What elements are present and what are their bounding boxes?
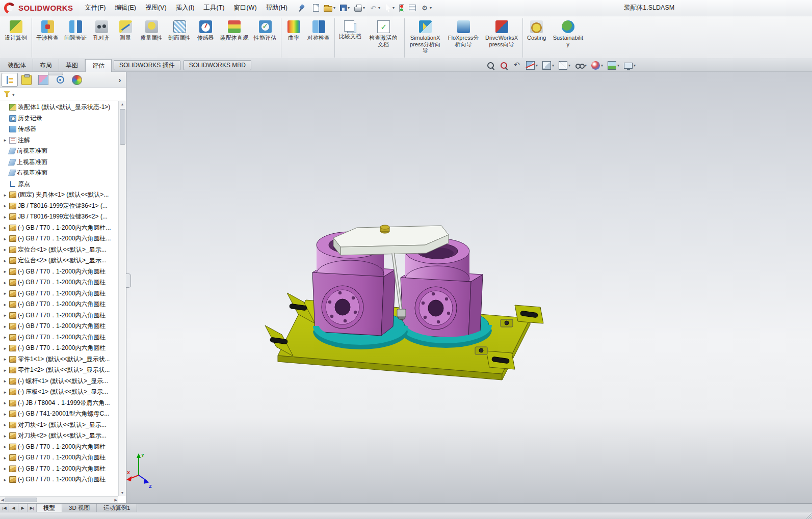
compare-docs[interactable]: 比较文档 (334, 18, 364, 58)
edit-appearance[interactable] (591, 61, 604, 70)
tree-item[interactable]: 注解 (0, 135, 118, 146)
tree-item[interactable]: 装配体1 (默认<默认_显示状态-1>) (0, 102, 118, 113)
tree-item[interactable]: 右视基准面 (0, 168, 118, 179)
command-tab[interactable]: 布局 (33, 59, 59, 71)
scroll-up-icon[interactable] (121, 101, 124, 107)
tree-item[interactable]: (-) GB / T70．1-2000内六角圆柱 (0, 288, 118, 299)
task-scheduler[interactable] (407, 4, 417, 12)
tree-item[interactable]: (-) GB / T70．1-2000内六角圆柱... (0, 233, 118, 244)
view-settings[interactable] (623, 62, 636, 69)
panel-splitter-handle[interactable] (48, 72, 63, 75)
tree-item[interactable]: (-) 螺杆<1> (默认<<默认>_显示... (0, 376, 118, 387)
doc-tab-nav-button[interactable]: ◀ (9, 504, 18, 512)
expand-arrow-icon[interactable] (3, 193, 8, 198)
tree-item[interactable]: (-) GB / T70．1-2000内六角圆柱 (0, 452, 118, 463)
tree-item[interactable]: 前视基准面 (0, 146, 118, 157)
sensor[interactable]: 传感器 (194, 18, 217, 58)
hole-alignment[interactable]: 孔对齐 (90, 18, 113, 58)
tree-item[interactable]: (-) GB / T70．1-2000内六角圆柱 (0, 332, 118, 343)
symmetry-check[interactable]: 对称检查 (305, 18, 332, 58)
command-tab[interactable]: 草图 (59, 59, 85, 71)
expand-arrow-icon[interactable] (3, 159, 8, 165)
menu-item[interactable]: 帮助(H) (261, 1, 292, 15)
tree-item[interactable]: 原点 (0, 179, 118, 190)
tree-item[interactable]: (-) GB / T70．1-2000内六角圆柱 (0, 310, 118, 321)
menu-item[interactable]: 编辑(E) (110, 1, 141, 15)
expand-arrow-icon[interactable] (3, 280, 8, 285)
undo[interactable] (368, 3, 382, 13)
scroll-right-icon[interactable] (115, 497, 117, 503)
selection-filter[interactable] (398, 3, 406, 13)
new-document[interactable] (311, 3, 321, 13)
displaymanager[interactable] (69, 73, 85, 87)
tree-item[interactable]: 传感器 (0, 124, 118, 135)
previous-view[interactable] (512, 61, 522, 70)
panel-expand-button[interactable] (115, 74, 124, 86)
document-tab[interactable]: 3D 视图 (62, 504, 97, 512)
horizontal-scrollbar-thumb[interactable] (5, 498, 37, 502)
expand-arrow-icon[interactable] (3, 455, 8, 460)
expand-arrow-icon[interactable] (3, 214, 8, 220)
assembly-visualization[interactable]: 装配体直观 (218, 18, 251, 58)
tree-item[interactable]: JB / T8016-1999定位键36<1> (... (0, 201, 118, 212)
tree-item[interactable]: 对刀块<2> (默认<<默认>_显示... (0, 430, 118, 442)
apply-scene[interactable] (607, 61, 620, 70)
doc-tab-nav-button[interactable]: ▶| (28, 504, 37, 512)
tree-item[interactable]: 定位台<2> (默认<<默认>_显示... (0, 255, 118, 266)
menu-item[interactable]: 窗口(W) (229, 1, 261, 15)
curvature[interactable]: 曲率 (281, 18, 304, 58)
command-tab[interactable]: SOLIDWORKS 插件 (114, 60, 180, 70)
performance[interactable]: 性能评估 (251, 18, 279, 58)
section-properties[interactable]: 剖面属性 (166, 18, 193, 58)
open-document[interactable] (322, 4, 337, 13)
simulationxpress[interactable]: SimulationXpress分析向导 (404, 18, 444, 58)
command-tab[interactable]: 装配体 (1, 59, 33, 71)
command-tab[interactable]: SOLIDWORKS MBD (184, 60, 251, 70)
print[interactable] (353, 4, 366, 13)
zoom-fit[interactable] (486, 61, 495, 70)
expand-arrow-icon[interactable] (3, 400, 8, 405)
floxpress[interactable]: FloXpress分析向导 (444, 18, 482, 58)
expand-arrow-icon[interactable] (3, 138, 8, 143)
vertical-scrollbar-thumb[interactable] (120, 109, 125, 145)
menu-item[interactable]: 插入(I) (171, 1, 199, 15)
tree-item[interactable]: 定位台<1> (默认<<默认>_显示... (0, 244, 118, 256)
tree-item[interactable]: (-) GB / T70．1-2000内六角圆柱 (0, 266, 118, 278)
scroll-down-icon[interactable] (121, 489, 124, 496)
expand-arrow-icon[interactable] (3, 269, 8, 274)
select-cursor[interactable] (383, 3, 396, 13)
pin-menu-icon[interactable] (298, 4, 305, 12)
menu-item[interactable]: 视图(V) (141, 1, 171, 15)
command-tab[interactable]: 评估 (85, 59, 112, 72)
display-style[interactable] (558, 61, 571, 70)
featuremanager-tree[interactable] (2, 73, 18, 87)
expand-arrow-icon[interactable] (3, 313, 8, 318)
expand-arrow-icon[interactable] (3, 466, 8, 471)
tree-item[interactable]: (-) GB / T70．1-2000内六角圆柱 (0, 343, 118, 354)
save[interactable] (338, 4, 351, 12)
sustainability[interactable]: Sustainability (549, 18, 587, 58)
expand-arrow-icon[interactable] (3, 225, 8, 230)
tree-item[interactable]: (固定) 夹具体<1> (默认<<默认>... (0, 189, 118, 201)
tree-item[interactable]: 零件1<2> (默认<<默认>_显示状... (0, 365, 118, 376)
filter-caret-icon[interactable] (12, 91, 15, 98)
tree-item[interactable]: 历史记录 (0, 113, 118, 124)
panel-collapse-handle[interactable] (126, 274, 131, 288)
expand-arrow-icon[interactable] (3, 203, 8, 208)
check-active-doc[interactable]: 检查激活的文档 (364, 18, 402, 58)
graphics-viewport[interactable]: Y X Z (126, 72, 812, 503)
expand-arrow-icon[interactable] (3, 422, 8, 427)
expand-arrow-icon[interactable] (3, 236, 8, 241)
tree-item[interactable]: (-) GB / T70．1-2000内六角圆柱 (0, 299, 118, 310)
menu-item[interactable]: 文件(F) (80, 1, 110, 15)
doc-tab-nav-button[interactable]: ▶ (18, 504, 28, 512)
expand-arrow-icon[interactable] (3, 247, 8, 252)
clamp-bar[interactable] (333, 225, 449, 255)
tree-item[interactable]: 对刀块<1> (默认<<默认>_显示... (0, 420, 118, 431)
expand-arrow-icon[interactable] (3, 477, 8, 482)
expand-arrow-icon[interactable] (3, 335, 8, 340)
tree-item[interactable]: (-) GB / T70．1-2000内六角圆柱 (0, 474, 118, 485)
tree-item[interactable]: (-) GB / T70．1-2000内六角圆柱 (0, 442, 118, 453)
tree-item[interactable]: JB / T8016-1999定位键36<2> (... (0, 211, 118, 223)
design-study[interactable]: 设计算例 (2, 18, 30, 58)
